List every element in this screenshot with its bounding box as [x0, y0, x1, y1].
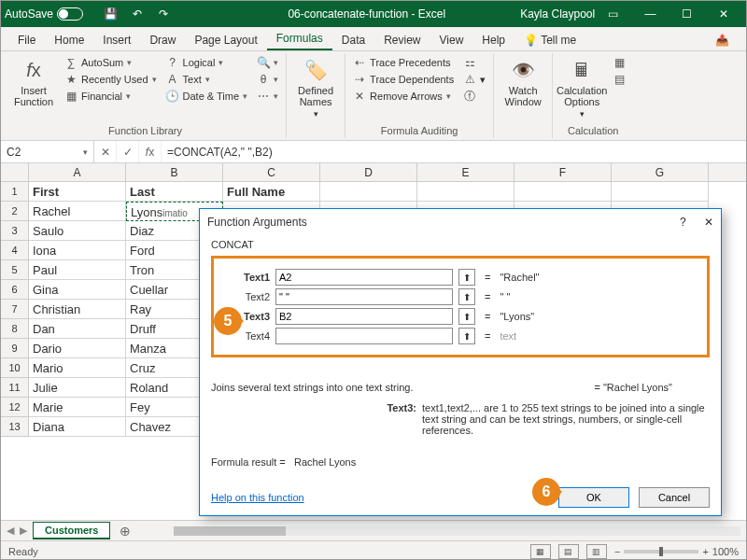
dialog-close-icon[interactable]: ✕	[704, 216, 713, 229]
row-header[interactable]: 6	[1, 280, 29, 300]
zoom-out-icon[interactable]: −	[614, 546, 620, 557]
tab-file[interactable]: File	[8, 30, 45, 50]
tell-me[interactable]: 💡 Tell me	[514, 30, 585, 50]
cell[interactable]: Paul	[29, 260, 126, 280]
datetime-button[interactable]: 🕒Date & Time	[164, 89, 250, 104]
cancel-formula-icon[interactable]: ✕	[94, 141, 117, 162]
cell[interactable]: Gina	[29, 280, 126, 300]
cell[interactable]: Dario	[29, 339, 126, 358]
cell[interactable]: Marie	[29, 398, 126, 417]
autosum-button[interactable]: ∑AutoSum	[63, 55, 159, 70]
add-sheet-icon[interactable]: ⊕	[120, 524, 131, 539]
calc-sheet-button[interactable]: ▤	[611, 72, 627, 87]
range-select-icon[interactable]: ⬆	[458, 269, 475, 286]
row-header[interactable]: 2	[1, 202, 29, 221]
row-header[interactable]: 7	[1, 300, 29, 319]
calc-options-button[interactable]: 🖩 Calculation Options▾	[558, 55, 605, 123]
tab-formulas[interactable]: Formulas	[267, 28, 332, 50]
fx-icon[interactable]: fx	[139, 141, 162, 162]
trace-dependents-button[interactable]: ⇢Trace Dependents	[351, 72, 456, 87]
cell[interactable]: First	[29, 182, 126, 202]
page-break-view-icon[interactable]: ▥	[586, 544, 607, 559]
math-button[interactable]: θ	[255, 72, 280, 87]
accept-formula-icon[interactable]: ✓	[117, 141, 139, 162]
sheet-prev-icon[interactable]: ◀	[7, 525, 14, 537]
autosave-toggle[interactable]: AutoSave	[5, 7, 83, 21]
row-header[interactable]: 13	[1, 417, 29, 437]
arg-input-1[interactable]	[275, 288, 453, 305]
select-all-triangle[interactable]	[1, 163, 29, 181]
cell[interactable]: Dan	[29, 319, 126, 339]
financial-button[interactable]: ▦Financial	[63, 89, 159, 104]
close-icon[interactable]: ✕	[706, 1, 742, 27]
arg-input-0[interactable]	[275, 269, 453, 286]
row-header[interactable]: 3	[1, 221, 29, 241]
tab-help[interactable]: Help	[472, 30, 514, 50]
tab-draw[interactable]: Draw	[140, 30, 185, 50]
col-B[interactable]: B	[126, 163, 223, 181]
cell[interactable]: Mario	[29, 358, 126, 378]
range-select-icon[interactable]: ⬆	[458, 308, 475, 325]
sheet-tab-customers[interactable]: Customers	[33, 522, 110, 539]
row-header[interactable]: 5	[1, 260, 29, 280]
cell[interactable]: Last	[126, 182, 223, 202]
row-header[interactable]: 4	[1, 241, 29, 260]
maximize-icon[interactable]: ☐	[669, 1, 705, 27]
insert-function-button[interactable]: fx Insert Function	[10, 55, 57, 123]
defined-names-button[interactable]: 🏷️ Defined Names▾	[292, 55, 339, 123]
formula-input[interactable]: =CONCAT(A2," ",B2)	[162, 146, 746, 159]
cell[interactable]: Julie	[29, 378, 126, 398]
tab-pagelayout[interactable]: Page Layout	[185, 30, 266, 50]
range-select-icon[interactable]: ⬆	[458, 288, 475, 305]
col-A[interactable]: A	[29, 163, 126, 181]
zoom-level[interactable]: 100%	[712, 546, 739, 557]
arg-input-2[interactable]	[275, 308, 453, 325]
cell[interactable]: Saulo	[29, 221, 126, 241]
watch-window-button[interactable]: 👁️ Watch Window	[500, 55, 546, 123]
undo-icon[interactable]: ↶	[130, 7, 145, 21]
ok-button[interactable]: OK	[558, 487, 629, 508]
ribbon-options-icon[interactable]: ▭	[595, 1, 631, 27]
dialog-help-icon[interactable]: ?	[680, 216, 686, 229]
name-box[interactable]: C2▾	[1, 141, 94, 162]
trace-precedents-button[interactable]: ⇠Trace Precedents	[351, 55, 456, 70]
row-header[interactable]: 10	[1, 358, 29, 378]
row-header[interactable]: 9	[1, 339, 29, 358]
range-select-icon[interactable]: ⬆	[458, 328, 475, 344]
error-check-button[interactable]: ⚠▾	[461, 72, 487, 87]
text-button[interactable]: AText	[164, 72, 250, 87]
col-C[interactable]: C	[223, 163, 320, 181]
row-header[interactable]: 8	[1, 319, 29, 339]
row-header[interactable]: 1	[1, 182, 29, 202]
tab-home[interactable]: Home	[45, 30, 93, 50]
lookup-button[interactable]: 🔍	[255, 55, 280, 70]
redo-icon[interactable]: ↷	[156, 7, 171, 21]
evaluate-button[interactable]: ⓕ	[461, 89, 487, 104]
cancel-button[interactable]: Cancel	[639, 487, 710, 508]
arg-input-3[interactable]	[275, 328, 453, 344]
toggle-off-icon[interactable]	[57, 7, 83, 21]
remove-arrows-button[interactable]: ✕Remove Arrows	[351, 89, 456, 104]
col-E[interactable]: E	[417, 163, 514, 181]
col-D[interactable]: D	[320, 163, 417, 181]
save-icon[interactable]: 💾	[104, 7, 119, 21]
tab-view[interactable]: View	[430, 30, 473, 50]
minimize-icon[interactable]: —	[632, 1, 669, 27]
normal-view-icon[interactable]: ▦	[530, 544, 551, 559]
cell[interactable]: Christian	[29, 300, 126, 319]
show-formulas-button[interactable]: ⚏	[461, 55, 487, 70]
calc-now-button[interactable]: ▦	[611, 55, 627, 70]
row-header[interactable]: 11	[1, 378, 29, 398]
cell[interactable]: Diana	[29, 417, 126, 437]
tab-data[interactable]: Data	[332, 30, 374, 50]
col-F[interactable]: F	[514, 163, 612, 181]
cell[interactable]: Rachel	[29, 202, 126, 221]
help-link[interactable]: Help on this function	[211, 492, 304, 503]
cell[interactable]: Iona	[29, 241, 126, 260]
recently-used-button[interactable]: ★Recently Used	[63, 72, 159, 87]
more-functions-button[interactable]: ⋯	[255, 89, 280, 104]
cell[interactable]: Full Name	[223, 182, 320, 202]
row-header[interactable]: 12	[1, 398, 29, 417]
tab-insert[interactable]: Insert	[93, 30, 140, 50]
logical-button[interactable]: ?Logical	[164, 55, 250, 70]
